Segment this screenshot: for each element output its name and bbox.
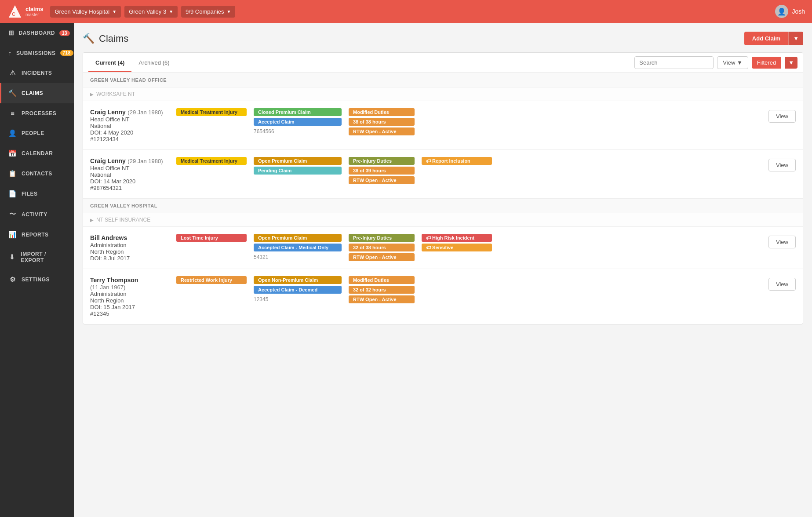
view-claim-button[interactable]: View bbox=[768, 278, 796, 291]
claim-region: National bbox=[90, 171, 169, 178]
injury-tag: Medical Treatment Injury bbox=[176, 108, 247, 116]
claim-location: Head Office NT bbox=[90, 116, 169, 123]
status-badge: Pre-Injury Duties bbox=[349, 157, 415, 165]
sidebar-item-files[interactable]: 📄 FILES bbox=[0, 184, 74, 204]
claim-ref: #987654321 bbox=[90, 185, 169, 191]
sidebar-item-reports[interactable]: 📊 REPORTS bbox=[0, 225, 74, 245]
claim-info: Terry Thompson (11 Jan 1967) Administrat… bbox=[90, 276, 169, 317]
claim-action: View bbox=[768, 108, 796, 123]
search-input[interactable] bbox=[634, 56, 714, 69]
claim-ref: #12345 bbox=[90, 310, 169, 317]
chevron-icon: ▶ bbox=[90, 218, 94, 222]
claim-doi: DOI: 8 Jul 2017 bbox=[90, 255, 169, 262]
sidebar-item-import-export[interactable]: ⬇ IMPORT / EXPORT bbox=[0, 245, 74, 269]
nav-right: 👤 Josh bbox=[775, 5, 805, 18]
people-icon: 👤 bbox=[8, 129, 17, 137]
hours-badge: 38 of 39 hours bbox=[349, 167, 415, 175]
claim-info: Craig Lenny (29 Jan 1980) Head Office NT… bbox=[90, 157, 169, 191]
sidebar-label-processes: PROCESSES bbox=[22, 110, 56, 117]
view-claim-button[interactable]: View bbox=[768, 236, 796, 248]
sidebar-label-settings: SETTINGS bbox=[22, 277, 50, 283]
sidebar-label-claims: CLAIMS bbox=[22, 90, 43, 96]
chevron-icon: ▶ bbox=[90, 92, 94, 97]
group-header-hospital: GREEN VALLEY HOSPITAL bbox=[83, 199, 803, 213]
claim-extras: 🏷 Report Inclusion bbox=[422, 157, 492, 165]
tab-controls: View ▼ Filtered ▼ bbox=[634, 53, 797, 73]
view-claim-button[interactable]: View bbox=[768, 110, 796, 123]
claim-dob: (11 Jan 1967) bbox=[90, 284, 169, 291]
header-actions: Add Claim ▼ bbox=[744, 32, 803, 45]
claim-action: View bbox=[768, 276, 796, 291]
sidebar-label-people: PEOPLE bbox=[22, 130, 44, 136]
sub-group-nt-self-insurance[interactable]: ▶ NT SELF INSURANCE bbox=[83, 213, 803, 227]
main-layout: ⊞ DASHBOARD 13 ↑ SUBMISSIONS 718 ⚠ INCID… bbox=[0, 23, 812, 517]
hospital-arrow-icon: ▼ bbox=[112, 9, 117, 14]
view-claim-button[interactable]: View bbox=[768, 159, 796, 171]
sidebar-item-processes[interactable]: ≡ PROCESSES bbox=[0, 103, 74, 123]
sidebar-item-claims[interactable]: 🔨 CLAIMS bbox=[0, 83, 74, 103]
claim-status: Modified Duties 32 of 32 hours RTW Open … bbox=[349, 276, 415, 303]
claim-status: Pre-Injury Duties 32 of 38 hours RTW Ope… bbox=[349, 234, 415, 261]
files-icon: 📄 bbox=[8, 190, 17, 198]
sidebar-item-people[interactable]: 👤 PEOPLE bbox=[0, 123, 74, 143]
claim-name: Craig Lenny (29 Jan 1980) bbox=[90, 108, 169, 116]
claim-location: Administration bbox=[90, 242, 169, 248]
import-export-icon: ⬇ bbox=[8, 253, 16, 261]
claim-badge: Open Premium Claim bbox=[254, 234, 342, 242]
rtw-badge: RTW Open - Active bbox=[349, 295, 415, 303]
claims-icon: 🔨 bbox=[8, 89, 17, 97]
add-claim-button[interactable]: Add Claim bbox=[744, 32, 788, 45]
logo-area: C claims master bbox=[7, 4, 43, 19]
view-button[interactable]: View ▼ bbox=[717, 56, 748, 69]
sub-group-label: WORKSAFE NT bbox=[96, 91, 135, 97]
hospital-label: Green Valley Hospital bbox=[55, 8, 109, 15]
user-name: Josh bbox=[792, 8, 805, 15]
status-badge: Modified Duties bbox=[349, 276, 415, 284]
sidebar-item-calendar[interactable]: 📅 CALENDAR bbox=[0, 143, 74, 164]
tab-archived[interactable]: Archived (6) bbox=[131, 54, 176, 72]
top-nav: C claims master Green Valley Hospital ▼ … bbox=[0, 0, 812, 23]
claim-tags: Medical Treatment Injury bbox=[176, 108, 247, 116]
claim-location: Head Office NT bbox=[90, 165, 169, 171]
claim-ref: #12123434 bbox=[90, 136, 169, 142]
filtered-arrow-button[interactable]: ▼ bbox=[785, 57, 797, 69]
svg-text:C: C bbox=[12, 11, 15, 17]
reports-icon: 📊 bbox=[8, 231, 17, 239]
sidebar-label-dashboard: DASHBOARD bbox=[19, 30, 55, 36]
sidebar-item-dashboard[interactable]: ⊞ DASHBOARD 13 bbox=[0, 23, 74, 43]
companies-arrow-icon: ▼ bbox=[227, 9, 231, 14]
page-title-area: 🔨 Claims bbox=[83, 33, 128, 44]
hospital-dropdown[interactable]: Green Valley Hospital ▼ bbox=[50, 6, 121, 18]
claim-name: Terry Thompson bbox=[90, 276, 169, 284]
claim-tags: Restricted Work Injury bbox=[176, 276, 247, 284]
group-dropdown[interactable]: Green Valley 3 ▼ bbox=[124, 6, 178, 18]
claim-location: Administration bbox=[90, 291, 169, 297]
sidebar-label-incidents: INCIDENTS bbox=[22, 70, 52, 76]
main-content: 🔨 Claims Add Claim ▼ Current (4) Archive… bbox=[74, 23, 812, 517]
claim-name: Bill Andrews bbox=[90, 234, 169, 242]
submissions-icon: ↑ bbox=[8, 49, 12, 57]
hours-badge: 32 of 38 hours bbox=[349, 244, 415, 251]
claim-status: Modified Duties 38 of 38 hours RTW Open … bbox=[349, 108, 415, 135]
report-inclusion-tag: 🏷 Report Inclusion bbox=[422, 157, 492, 165]
companies-dropdown[interactable]: 9/9 Companies ▼ bbox=[181, 6, 235, 18]
claim-number: 54321 bbox=[254, 254, 342, 260]
user-avatar: 👤 bbox=[775, 5, 788, 18]
contacts-icon: 📋 bbox=[8, 170, 17, 178]
sidebar-label-reports: REPORTS bbox=[22, 232, 49, 238]
sub-group-worksafe-nt[interactable]: ▶ WORKSAFE NT bbox=[83, 87, 803, 101]
tab-current[interactable]: Current (4) bbox=[88, 54, 131, 72]
add-claim-arrow-button[interactable]: ▼ bbox=[788, 32, 803, 45]
sidebar-item-settings[interactable]: ⚙ SETTINGS bbox=[0, 269, 74, 290]
sidebar-item-activity[interactable]: 〜 ACTIVITY bbox=[0, 204, 74, 225]
filtered-button[interactable]: Filtered bbox=[752, 57, 781, 69]
sidebar-item-submissions[interactable]: ↑ SUBMISSIONS 718 bbox=[0, 43, 74, 63]
sidebar-item-incidents[interactable]: ⚠ INCIDENTS bbox=[0, 63, 74, 83]
sidebar-label-files: FILES bbox=[22, 191, 38, 197]
sidebar-item-contacts[interactable]: 📋 CONTACTS bbox=[0, 164, 74, 184]
claim-row: Craig Lenny (29 Jan 1980) Head Office NT… bbox=[83, 150, 803, 199]
claim-badge: Open Non-Premium Claim bbox=[254, 276, 342, 284]
sensitive-tag: 🏷 Sensitive bbox=[422, 244, 492, 251]
sidebar-label-activity: ACTIVITY bbox=[22, 211, 47, 218]
sidebar-label-calendar: CALENDAR bbox=[22, 150, 53, 157]
